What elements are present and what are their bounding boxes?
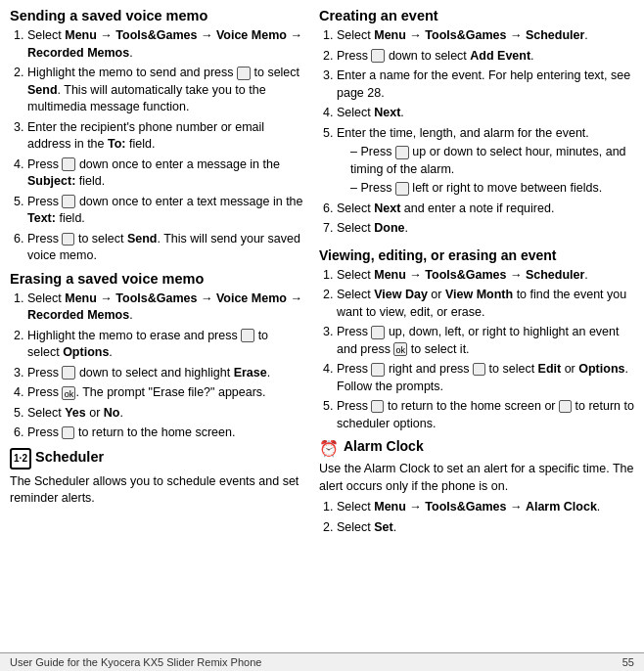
- list-item: Press down once to enter a message in th…: [27, 157, 303, 191]
- section-creating: Creating an event Select Menu → Tools&Ga…: [319, 8, 634, 238]
- list-item: Press to return to the home screen or to…: [337, 398, 634, 432]
- section-title-erasing: Erasing a saved voice memo: [10, 271, 303, 287]
- list-item: Enter a name for the event. For help ent…: [337, 67, 634, 102]
- viewing-title: Viewing, editing, or erasing an event: [319, 247, 634, 263]
- nav-icon: [371, 49, 385, 63]
- list-item: Select Menu → Tools&Games → Scheduler.: [337, 27, 634, 45]
- nav-icon: [62, 195, 75, 208]
- list-item: Press down to select and highlight Erase…: [27, 365, 303, 382]
- back-icon: [62, 426, 74, 439]
- list-item: Select View Day or View Month to find th…: [337, 287, 634, 321]
- scheduler-header: 1·2 Scheduler: [10, 448, 303, 470]
- section-viewing: Viewing, editing, or erasing an event Se…: [319, 247, 634, 433]
- list-item: Press down to select Add Event.: [337, 48, 634, 66]
- sending-list: Select Menu → Tools&Games → Voice Memo →…: [10, 27, 303, 265]
- nav-icon: [395, 182, 409, 196]
- footer: User Guide for the Kyocera KX5 Slider Re…: [0, 652, 644, 671]
- list-item: Select Next and enter a note if required…: [337, 201, 634, 218]
- scheduler-title: Scheduler: [35, 449, 104, 465]
- nav-icon: [241, 329, 254, 342]
- creating-sublist: Press up or down to select hour, minutes…: [337, 144, 634, 198]
- list-item: Enter the recipient's phone number or em…: [27, 119, 303, 154]
- list-item: Select Menu → Tools&Games → Alarm Clock.: [337, 499, 634, 516]
- content-area: Sending a saved voice memo Select Menu →…: [0, 0, 644, 652]
- list-item: Select Menu → Tools&Games → Voice Memo →…: [27, 27, 303, 62]
- alarm-body: Use the Alarm Clock to set an alert for …: [319, 461, 634, 495]
- alarm-list: Select Menu → Tools&Games → Alarm Clock.…: [319, 499, 634, 536]
- list-item: Press to return to the home screen.: [27, 425, 303, 442]
- viewing-list: Select Menu → Tools&Games → Scheduler. S…: [319, 267, 634, 433]
- list-item: Select Yes or No.: [27, 405, 303, 423]
- nav-icon: [62, 157, 75, 171]
- list-item: Press down once to enter a text message …: [27, 194, 303, 228]
- send-icon: [62, 233, 74, 246]
- page: Sending a saved voice memo Select Menu →…: [0, 0, 644, 671]
- send-icon: [473, 363, 485, 376]
- section-scheduler: 1·2 Scheduler The Scheduler allows you t…: [10, 448, 303, 508]
- scheduler-body: The Scheduler allows you to schedule eve…: [10, 473, 303, 508]
- erasing-list: Select Menu → Tools&Games → Voice Memo →…: [10, 291, 303, 442]
- alarm-header: ⏰ Alarm Clock: [319, 438, 634, 458]
- creating-list: Select Menu → Tools&Games → Scheduler. P…: [319, 27, 634, 238]
- list-item: Enter the time, length, and alarm for th…: [337, 125, 634, 198]
- ok-icon: ok: [393, 342, 407, 356]
- list-item: Press left or right to move between fiel…: [350, 180, 634, 198]
- creating-title: Creating an event: [319, 8, 634, 23]
- left-column: Sending a saved voice memo Select Menu →…: [10, 8, 303, 649]
- list-item: Select Set.: [337, 519, 634, 537]
- right-column: Creating an event Select Menu → Tools&Ga…: [319, 8, 634, 649]
- section-alarm: ⏰ Alarm Clock Use the Alarm Clock to set…: [319, 438, 634, 536]
- list-item: Press to select Send. This will send you…: [27, 231, 303, 265]
- list-item: Press ok. The prompt "Erase file?" appea…: [27, 384, 303, 402]
- nav-icon: [62, 366, 75, 380]
- list-item: Select Menu → Tools&Games → Voice Memo →…: [27, 291, 303, 325]
- back2-icon: [559, 400, 572, 413]
- list-item: Press up, down, left, or right to highli…: [337, 324, 634, 358]
- list-item: Highlight the memo to send and press to …: [27, 65, 303, 116]
- list-item: Select Done.: [337, 220, 634, 238]
- list-item: Press right and press to select Edit or …: [337, 361, 634, 395]
- footer-right: 55: [622, 656, 634, 668]
- nav-icon: [237, 67, 251, 80]
- nav-icon: [371, 326, 385, 339]
- back-icon: [371, 400, 384, 413]
- ok-icon: ok: [62, 386, 75, 400]
- alarm-clock-icon: ⏰: [319, 438, 339, 458]
- scheduler-icon: 1·2: [10, 448, 31, 470]
- list-item: Press up or down to select hour, minutes…: [350, 144, 634, 178]
- section-title-sending: Sending a saved voice memo: [10, 8, 303, 23]
- list-item: Select Menu → Tools&Games → Scheduler.: [337, 267, 634, 285]
- section-erasing: Erasing a saved voice memo Select Menu →…: [10, 271, 303, 442]
- nav-icon: [371, 363, 385, 377]
- nav-icon: [395, 146, 409, 159]
- section-sending: Sending a saved voice memo Select Menu →…: [10, 8, 303, 265]
- alarm-title: Alarm Clock: [344, 438, 424, 454]
- list-item: Highlight the memo to erase and press to…: [27, 328, 303, 362]
- footer-left: User Guide for the Kyocera KX5 Slider Re…: [10, 656, 261, 668]
- list-item: Select Next.: [337, 105, 634, 122]
